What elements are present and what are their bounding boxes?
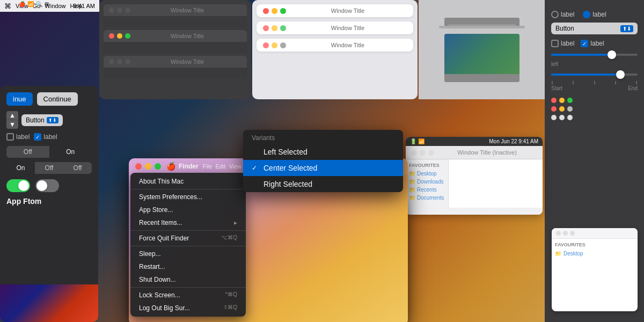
cluster3-dot-3 bbox=[567, 115, 573, 120]
dot-green-2 bbox=[125, 33, 130, 39]
segment-on[interactable]: On bbox=[49, 146, 92, 158]
finder-menu-edit[interactable]: Edit bbox=[215, 163, 225, 170]
mini-desktop-icon: 📁 bbox=[555, 251, 561, 257]
slider-ticks bbox=[551, 81, 638, 84]
cluster3-dot-1 bbox=[551, 115, 557, 120]
search-icon[interactable]: 🔍 bbox=[36, 1, 42, 7]
dark-window-2: Window Title bbox=[104, 30, 247, 53]
tick-3 bbox=[594, 81, 595, 84]
desktop-label: Desktop bbox=[417, 171, 437, 177]
slider-2-track[interactable] bbox=[551, 74, 638, 76]
dot-red-2 bbox=[109, 33, 114, 39]
slider-2-thumb[interactable] bbox=[616, 70, 625, 79]
right-checkbox-checked-row: ✓ label bbox=[581, 40, 604, 47]
right-checkbox-checked[interactable]: ✓ bbox=[581, 40, 588, 47]
sidebar-documents[interactable]: 📁 Documents bbox=[409, 194, 445, 202]
window-title-2: Window Title bbox=[133, 33, 241, 39]
tick-1 bbox=[552, 81, 553, 84]
finder-content-area: Favourites 📁 Desktop 📁 Downloads 📁 Recen… bbox=[406, 159, 543, 208]
toggle-off[interactable] bbox=[35, 179, 59, 192]
left-selected-label: Left Selected bbox=[264, 148, 308, 156]
finder-dot-red[interactable] bbox=[135, 163, 142, 170]
menu-force-quit[interactable]: Force Quit Finder ⌥⌘Q bbox=[130, 232, 246, 245]
dot-gray-2 bbox=[117, 8, 122, 13]
macbook-closed bbox=[444, 18, 519, 26]
apple-dropdown-menu[interactable]: About This Mac System Preferences... App… bbox=[130, 173, 246, 317]
select-button[interactable]: Button ⬆⬇ bbox=[551, 23, 638, 34]
radio-checked[interactable] bbox=[583, 11, 590, 18]
dot-green-lw2 bbox=[280, 25, 286, 31]
dropdown-item-right[interactable]: Right Selected bbox=[243, 176, 403, 192]
finder-dot-green[interactable] bbox=[155, 163, 161, 170]
control-center-icon[interactable]: ⊞ bbox=[45, 1, 49, 7]
light-window-title-2: Window Title bbox=[289, 25, 407, 31]
dropdown-item-left[interactable]: Left Selected bbox=[243, 144, 403, 160]
menu-log-out[interactable]: Log Out Big Sur... ⇧⌘Q bbox=[130, 302, 246, 314]
menu-restart[interactable]: Restart... bbox=[130, 260, 246, 273]
radio-label-2: label bbox=[592, 11, 606, 18]
dot-red-lw1 bbox=[263, 8, 269, 14]
stepper-control[interactable]: ▲ ▼ bbox=[6, 111, 18, 129]
menu-about[interactable]: About This Mac bbox=[130, 175, 246, 188]
right-checkbox-unchecked[interactable] bbox=[551, 40, 559, 47]
recents-folder-icon: 📁 bbox=[409, 187, 415, 193]
slider-1-thumb[interactable] bbox=[608, 50, 616, 59]
tick-5 bbox=[636, 81, 637, 84]
menu-divider-3 bbox=[130, 246, 246, 246]
menu-shut-down[interactable]: Shut Down... bbox=[130, 273, 246, 286]
inactive-dot-2 bbox=[420, 150, 426, 156]
stepper-up[interactable]: ▲ bbox=[6, 111, 18, 120]
finder-menu-view[interactable]: View bbox=[229, 163, 241, 170]
mini-finder-header: Favourites bbox=[555, 242, 634, 247]
checkbox-checked[interactable]: ✓ bbox=[34, 133, 41, 141]
slider-start-label: Start bbox=[551, 85, 562, 91]
sidebar-recents[interactable]: 📁 Recents bbox=[409, 186, 445, 194]
menu-app-store[interactable]: App Store... bbox=[130, 203, 246, 216]
radio-unchecked[interactable] bbox=[551, 11, 559, 18]
dot-yellow-2 bbox=[117, 33, 122, 39]
dropdown-item-center[interactable]: ✓ Center Selected bbox=[243, 160, 403, 176]
menu-system-prefs[interactable]: System Preferences... bbox=[130, 191, 246, 203]
tick-4 bbox=[615, 81, 616, 84]
apple-icon: 🍎 bbox=[166, 162, 175, 171]
menu-divider-2 bbox=[130, 230, 246, 231]
cluster1-dot-green bbox=[567, 98, 573, 103]
variants-header: Variants bbox=[243, 130, 403, 144]
macbook-open bbox=[444, 34, 519, 82]
continue-blue-button[interactable]: inue bbox=[6, 92, 33, 106]
force-quit-shortcut: ⌥⌘Q bbox=[221, 235, 237, 242]
segment-off2[interactable]: Off bbox=[35, 162, 63, 174]
mini-finder-desktop[interactable]: 📁 Desktop bbox=[555, 250, 634, 258]
right-checkbox-label-2: label bbox=[590, 40, 604, 47]
menu-divider-4 bbox=[130, 287, 246, 288]
sidebar-downloads[interactable]: 📁 Downloads bbox=[409, 178, 445, 186]
finder-dot-yellow[interactable] bbox=[145, 163, 151, 170]
toggle-row bbox=[6, 179, 92, 192]
menu-lock-screen[interactable]: Lock Screen... ^⌘Q bbox=[130, 289, 246, 302]
dark-window-1: Window Title bbox=[104, 4, 247, 27]
tick-2 bbox=[573, 81, 574, 84]
continue-gray-button[interactable]: Continue bbox=[37, 92, 78, 106]
variants-dropdown[interactable]: Variants Left Selected ✓ Center Selected… bbox=[243, 130, 403, 192]
slider-1-track[interactable] bbox=[551, 54, 638, 56]
segment-off[interactable]: Off bbox=[6, 146, 49, 158]
light-window-title-3: Window Title bbox=[289, 42, 407, 48]
segment-off3[interactable]: Off bbox=[63, 162, 92, 174]
stepper-down[interactable]: ▼ bbox=[6, 120, 18, 129]
checkbox-unchecked[interactable] bbox=[6, 133, 14, 141]
wifi-icon: 📶 bbox=[27, 1, 34, 7]
popup-button[interactable]: Button ⬆⬇ bbox=[21, 114, 63, 126]
slider-2-container: Start End bbox=[551, 74, 638, 91]
menu-recent-items[interactable]: Recent Items... ▸ bbox=[130, 216, 246, 229]
sidebar-desktop[interactable]: 📁 Desktop bbox=[409, 170, 445, 178]
dot-gray-3 bbox=[125, 8, 130, 13]
segment-on2[interactable]: On bbox=[6, 162, 35, 174]
menu-sleep[interactable]: Sleep... bbox=[130, 247, 246, 260]
toggle-knob-on bbox=[18, 180, 29, 191]
cluster1-dot-red bbox=[551, 98, 557, 103]
toggle-on[interactable] bbox=[6, 179, 30, 192]
segment-on-off-off[interactable]: On Off Off bbox=[6, 162, 92, 174]
downloads-folder-icon: 📁 bbox=[409, 179, 415, 185]
segment-off-on[interactable]: Off On bbox=[6, 146, 92, 158]
finder-menu-file[interactable]: File bbox=[203, 163, 213, 170]
